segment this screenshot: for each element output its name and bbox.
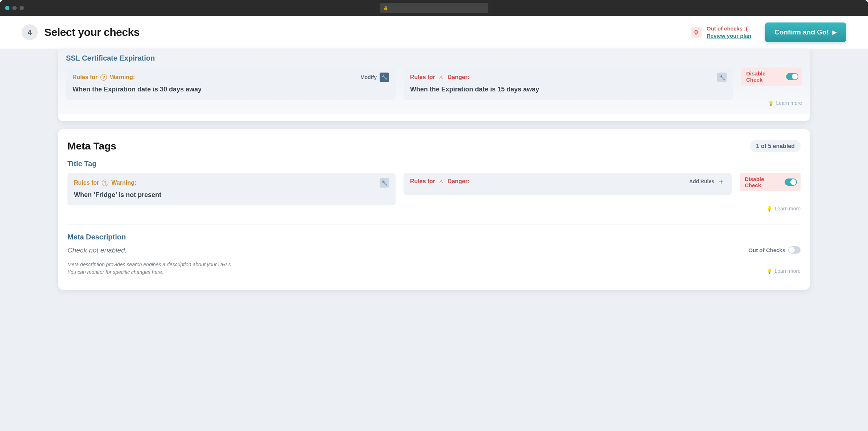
- modify-button[interactable]: 🔧: [380, 73, 389, 82]
- modify-button-disabled: 🔧: [380, 178, 389, 188]
- metadesc-side-column: Out of Checks 💡 Learn more: [740, 246, 801, 274]
- metadesc-out-of-checks: Out of Checks: [748, 246, 801, 254]
- rules-for-label: Rules for: [410, 74, 435, 81]
- ssl-danger-box: Rules for ⚠ Danger: 🔧 When the Expiratio…: [404, 67, 733, 100]
- metadesc-not-enabled: Check not enabled.: [67, 246, 732, 254]
- checks-out-text: Out of checks :(: [707, 25, 748, 32]
- window-chrome: 🔒: [0, 0, 868, 16]
- danger-label: Danger:: [447, 74, 469, 81]
- metadesc-desc-line2: You can monitor for specific changes her…: [67, 268, 732, 276]
- disable-check-label: Disable Check: [745, 176, 782, 188]
- learn-more-label: Learn more: [774, 206, 801, 212]
- page-header: 4 Select your checks 0 Out of checks :( …: [0, 16, 868, 49]
- page-title: Select your checks: [44, 26, 140, 38]
- danger-icon: ⚠: [438, 178, 445, 185]
- confirm-label: Confirm and Go!: [774, 28, 829, 36]
- metatags-enabled-chip: 1 of 5 enabled: [750, 140, 801, 152]
- content-area: SSL Certificate Expiration Rules for ? W…: [0, 49, 868, 304]
- wrench-icon: 🔧: [381, 74, 388, 80]
- metatags-card: Meta Tags 1 of 5 enabled Title Tag Rules…: [58, 129, 810, 290]
- checks-counter: 0 Out of checks :( Review your plan: [691, 25, 751, 40]
- out-of-checks-label: Out of Checks: [748, 247, 785, 253]
- metadesc-title: Meta Description: [67, 233, 801, 241]
- checks-count-value: 0: [691, 27, 702, 38]
- titletag-danger-box: Rules for ⚠ Danger: Add Rules ＋: [404, 173, 732, 195]
- learn-more-label: Learn more: [774, 268, 801, 274]
- traffic-light-close[interactable]: [5, 6, 9, 10]
- lightbulb-icon: 💡: [766, 206, 772, 212]
- traffic-light-minimize[interactable]: [12, 6, 17, 10]
- step-badge: 4: [22, 24, 38, 40]
- add-rules-label: Add Rules: [689, 178, 714, 184]
- metadesc-section: Meta Description Check not enabled. Meta…: [58, 233, 810, 283]
- question-icon: ?: [102, 180, 108, 186]
- wrench-icon: 🔧: [719, 74, 725, 80]
- metadesc-desc-line1: Meta description provides search engines…: [67, 261, 732, 268]
- ssl-learn-more-link[interactable]: 💡 Learn more: [768, 100, 802, 106]
- ssl-disable-check[interactable]: Disable Check: [741, 67, 802, 86]
- danger-label: Danger:: [447, 178, 469, 185]
- question-icon: ?: [100, 74, 107, 81]
- traffic-lights: [5, 6, 24, 10]
- review-plan-link[interactable]: Review your plan: [707, 32, 751, 40]
- ssl-toggle[interactable]: [786, 73, 798, 80]
- lock-icon: 🔒: [383, 6, 388, 11]
- titletag-side-column: Disable Check 💡 Learn more: [740, 173, 801, 212]
- metatags-title: Meta Tags: [67, 140, 116, 152]
- ssl-side-column: Disable Check 💡 Learn more: [741, 67, 802, 106]
- titletag-disable-check[interactable]: Disable Check: [740, 173, 801, 191]
- chevron-right-icon: ▶: [832, 29, 837, 36]
- ssl-card: SSL Certificate Expiration Rules for ? W…: [58, 49, 810, 121]
- titletag-section: Title Tag Rules for ? Warning: 🔧 When ‘F…: [58, 160, 810, 218]
- metadesc-toggle[interactable]: [788, 246, 801, 254]
- ssl-warning-box: Rules for ? Warning: Modify 🔧 When the E…: [66, 67, 396, 100]
- section-divider: [67, 225, 801, 225]
- add-rules-button[interactable]: ＋: [717, 177, 725, 185]
- warning-label: Warning:: [110, 74, 135, 81]
- learn-more-label: Learn more: [776, 100, 802, 106]
- metadesc-learn-more-link[interactable]: 💡 Learn more: [766, 268, 801, 274]
- titletag-toggle[interactable]: [785, 178, 797, 186]
- rules-for-label: Rules for: [74, 180, 99, 186]
- disable-check-label: Disable Check: [746, 70, 783, 83]
- titletag-warning-body: When ‘Fridge’ is not present: [74, 191, 389, 199]
- ssl-danger-body: When the Expiration date is 15 days away: [410, 86, 727, 93]
- lightbulb-icon: 💡: [768, 100, 774, 106]
- ssl-section-title: SSL Certificate Expiration: [66, 54, 802, 62]
- browser-url-bar[interactable]: 🔒: [380, 3, 488, 13]
- modify-label: Modify: [360, 74, 377, 80]
- rules-for-label: Rules for: [410, 178, 435, 185]
- lightbulb-icon: 💡: [766, 268, 772, 274]
- titletag-warning-box: Rules for ? Warning: 🔧 When ‘Fridge’ is …: [67, 173, 396, 205]
- modify-button-disabled: 🔧: [717, 73, 727, 82]
- warning-label: Warning:: [111, 180, 136, 186]
- plus-icon: ＋: [718, 177, 725, 186]
- rules-for-label: Rules for: [73, 74, 98, 81]
- danger-icon: ⚠: [438, 74, 445, 81]
- ssl-warning-body: When the Expiration date is 30 days away: [73, 86, 389, 93]
- confirm-and-go-button[interactable]: Confirm and Go! ▶: [765, 22, 846, 42]
- titletag-title: Title Tag: [67, 160, 801, 168]
- wrench-icon: 🔧: [381, 180, 388, 186]
- traffic-light-zoom[interactable]: [20, 6, 24, 10]
- titletag-learn-more-link[interactable]: 💡 Learn more: [766, 206, 801, 212]
